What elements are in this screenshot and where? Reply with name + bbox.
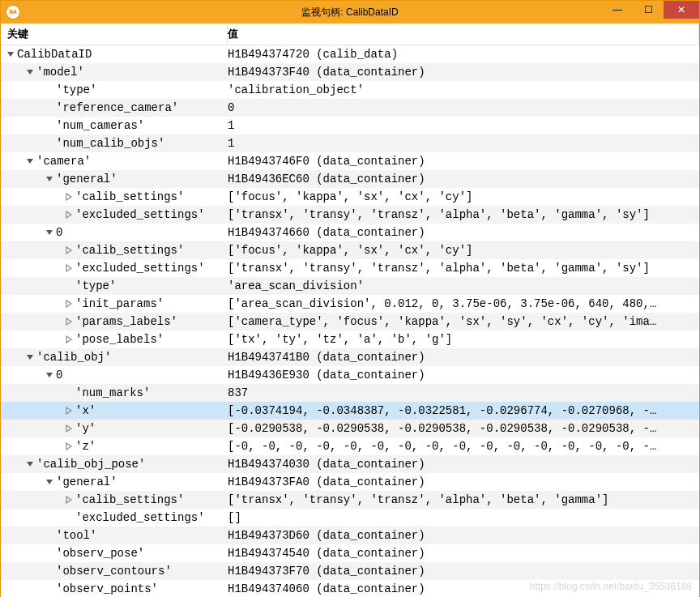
tree-value-cell[interactable]: H1B494373D60 (data_container) [228, 529, 699, 542]
tree-value-cell[interactable]: H1B4943741B0 (data_container) [228, 351, 699, 364]
chevron-down-icon[interactable] [43, 371, 56, 379]
tree-value-cell[interactable]: 837 [228, 386, 699, 399]
chevron-right-icon[interactable] [62, 424, 75, 433]
chevron-down-icon[interactable] [43, 228, 56, 237]
tree-row[interactable]: 'observ_contours'H1B494373F70 (data_cont… [1, 562, 699, 580]
tree-row[interactable]: CalibDataIDH1B494374720 (calib_data) [1, 45, 699, 63]
header-value[interactable]: 值 [228, 23, 699, 45]
tree-key-cell[interactable]: 'calib_obj' [1, 351, 228, 364]
tree-value-cell[interactable]: H1B494373F40 (data_container) [228, 66, 699, 79]
tree-key-cell[interactable]: 'y' [1, 422, 228, 435]
tree-row[interactable]: 'pose_labels'['tx', 'ty', 'tz', 'a', 'b'… [1, 330, 699, 348]
maximize-button[interactable]: ☐ [633, 1, 664, 19]
tree-value-cell[interactable]: 1 [228, 137, 699, 150]
chevron-right-icon[interactable] [62, 193, 75, 201]
chevron-right-icon[interactable] [62, 407, 75, 415]
tree-row[interactable]: 'observ_pose'H1B494374540 (data_containe… [1, 544, 699, 562]
tree-row[interactable]: 'z'[-0, -0, -0, -0, -0, -0, -0, -0, -0, … [1, 437, 699, 455]
tree-row[interactable]: 'excluded_settings'[] [1, 509, 699, 527]
tree-value-cell[interactable]: H1B494374060 (data_container) [228, 582, 699, 595]
tree-row[interactable]: 'reference_camera'0 [1, 99, 699, 117]
tree-key-cell[interactable]: 0 [1, 369, 228, 382]
tree-value-cell[interactable]: H1B494374660 (data_container) [228, 226, 699, 239]
tree-key-cell[interactable]: 'camera' [1, 155, 228, 168]
tree-key-cell[interactable]: 'type' [1, 83, 228, 96]
tree-key-cell[interactable]: 'type' [1, 279, 228, 292]
tree-value-cell[interactable]: [-0, -0, -0, -0, -0, -0, -0, -0, -0, -0,… [228, 440, 699, 453]
tree-value-cell[interactable]: H1B49436EC60 (data_container) [228, 173, 699, 185]
tree-key-cell[interactable]: 'params_labels' [1, 315, 228, 328]
tree-row[interactable]: 0H1B494374660 (data_container) [1, 224, 699, 241]
tree-value-cell[interactable]: H1B4943746F0 (data_container) [228, 155, 699, 168]
tree-key-cell[interactable]: 'calib_obj_pose' [1, 458, 228, 471]
tree-value-cell[interactable]: H1B494373F70 (data_container) [228, 565, 699, 578]
tree-row[interactable]: 'calib_settings'['focus', 'kappa', 'sx',… [1, 188, 699, 206]
tree-value-cell[interactable]: H1B494373FA0 (data_container) [228, 475, 699, 488]
tree-key-cell[interactable]: 'excluded_settings' [1, 511, 228, 524]
tree-row[interactable]: 'num_cameras'1 [1, 117, 699, 134]
tree-key-cell[interactable]: 'tool' [1, 529, 228, 542]
tree-key-cell[interactable]: 'observ_pose' [1, 547, 228, 560]
chevron-right-icon[interactable] [62, 211, 75, 219]
tree-key-cell[interactable]: 'general' [1, 173, 228, 185]
tree-row[interactable]: 'calib_obj'H1B4943741B0 (data_container) [1, 348, 699, 366]
tree-key-cell[interactable]: 'excluded_settings' [1, 262, 228, 275]
tree-row[interactable]: 'calib_settings'['focus', 'kappa', 'sx',… [1, 241, 699, 259]
tree-value-cell[interactable]: 'area_scan_division' [228, 279, 699, 292]
tree-row[interactable]: 'type''area_scan_division' [1, 277, 699, 295]
tree-key-cell[interactable]: 'num_cameras' [1, 119, 228, 132]
tree-row[interactable]: 'init_params'['area_scan_division', 0.01… [1, 295, 699, 313]
tree-value-cell[interactable]: ['area_scan_division', 0.012, 0, 3.75e-0… [228, 297, 699, 310]
header-key[interactable]: 关键 [1, 23, 228, 45]
tree-row[interactable]: 'model'H1B494373F40 (data_container) [1, 63, 699, 81]
tree-row[interactable]: 'excluded_settings'['transx', 'transy', … [1, 259, 699, 277]
tree-value-cell[interactable]: 1 [228, 119, 699, 132]
tree-key-cell[interactable]: 'excluded_settings' [1, 208, 228, 221]
tree-key-cell[interactable]: CalibDataID [1, 48, 228, 61]
tree-key-cell[interactable]: 'observ_contours' [1, 565, 228, 578]
tree-row[interactable]: 'num_calib_objs'1 [1, 134, 699, 152]
tree-key-cell[interactable]: 'x' [1, 404, 228, 417]
tree-row[interactable]: 'camera'H1B4943746F0 (data_container) [1, 152, 699, 170]
tree-key-cell[interactable]: 'observ_points' [1, 582, 228, 595]
tree-key-cell[interactable]: 'z' [1, 440, 228, 453]
tree-key-cell[interactable]: 'model' [1, 66, 228, 79]
tree-key-cell[interactable]: 0 [1, 226, 228, 239]
chevron-down-icon[interactable] [23, 157, 36, 165]
chevron-down-icon[interactable] [43, 478, 56, 486]
tree-value-cell[interactable]: H1B494374030 (data_container) [228, 458, 699, 471]
minimize-button[interactable]: — [602, 1, 633, 19]
tree-value-cell[interactable]: ['focus', 'kappa', 'sx', 'cx', 'cy'] [228, 190, 699, 203]
tree-row[interactable]: 'params_labels'['camera_type', 'focus', … [1, 313, 699, 330]
tree-row[interactable]: 'y'[-0.0290538, -0.0290538, -0.0290538, … [1, 420, 699, 437]
chevron-down-icon[interactable] [23, 68, 36, 76]
tree-value-cell[interactable]: [] [228, 511, 699, 524]
tree-row[interactable]: 'type''calibration_object' [1, 81, 699, 99]
tree-value-cell[interactable]: ['transx', 'transy', 'transz', 'alpha', … [228, 208, 699, 221]
tree-row[interactable]: 'tool'H1B494373D60 (data_container) [1, 527, 699, 544]
tree-view[interactable]: CalibDataIDH1B494374720 (calib_data)'mod… [1, 45, 699, 597]
tree-value-cell[interactable]: [-0.0374194, -0.0348387, -0.0322581, -0.… [228, 404, 699, 417]
tree-value-cell[interactable]: ['camera_type', 'focus', 'kappa', 'sx', … [228, 315, 699, 328]
tree-row[interactable]: 'excluded_settings'['transx', 'transy', … [1, 206, 699, 224]
chevron-right-icon[interactable] [62, 318, 75, 326]
tree-row[interactable]: 'observ_points'H1B494374060 (data_contai… [1, 580, 699, 597]
tree-value-cell[interactable]: ['focus', 'kappa', 'sx', 'cx', 'cy'] [228, 244, 699, 257]
chevron-right-icon[interactable] [62, 335, 75, 343]
tree-value-cell[interactable]: H1B49436E930 (data_container) [228, 369, 699, 382]
tree-key-cell[interactable]: 'reference_camera' [1, 101, 228, 114]
chevron-down-icon[interactable] [4, 50, 17, 58]
tree-row[interactable]: 'general'H1B494373FA0 (data_container) [1, 473, 699, 491]
tree-row[interactable]: 'x'[-0.0374194, -0.0348387, -0.0322581, … [1, 402, 699, 420]
tree-key-cell[interactable]: 'num_marks' [1, 386, 228, 399]
tree-value-cell[interactable]: ['tx', 'ty', 'tz', 'a', 'b', 'g'] [228, 333, 699, 346]
chevron-down-icon[interactable] [23, 353, 36, 361]
chevron-right-icon[interactable] [62, 496, 75, 504]
tree-value-cell[interactable]: ['transx', 'transy', 'transz', 'alpha', … [228, 262, 699, 275]
tree-row[interactable]: 'calib_settings'['transx', 'transy', 'tr… [1, 491, 699, 509]
tree-key-cell[interactable]: 'general' [1, 475, 228, 488]
tree-row[interactable]: 0H1B49436E930 (data_container) [1, 366, 699, 384]
tree-value-cell[interactable]: ['transx', 'transy', 'transz', 'alpha', … [228, 493, 699, 506]
tree-value-cell[interactable]: 'calibration_object' [228, 83, 699, 96]
tree-row[interactable]: 'general'H1B49436EC60 (data_container) [1, 170, 699, 188]
